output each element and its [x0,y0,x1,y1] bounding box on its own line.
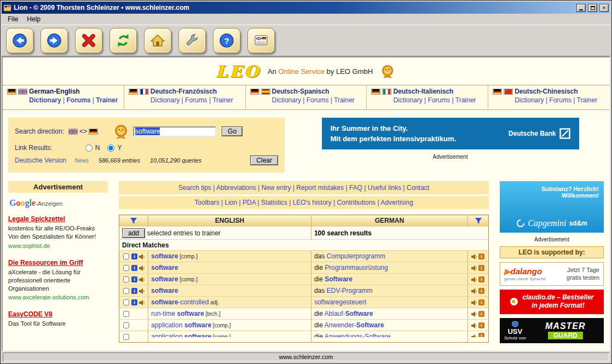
english-term-link[interactable]: software-controlled adj. [151,298,219,306]
back-button[interactable] [6,28,33,53]
entry-info-icon[interactable]: i [478,288,484,294]
german-term-link[interactable]: die Software [314,275,353,283]
news-link[interactable]: News [75,158,89,164]
info-icon[interactable]: i [131,299,137,305]
menu-link[interactable]: Toolbars [194,199,219,206]
dalango-ad[interactable]: ▶dalango genau deine Sprache Jetzt 7 Tag… [500,262,604,286]
tab-sublink[interactable]: Dictionary [393,96,422,104]
masterguard-ad[interactable]: USV Schutz von MASTER GUARD [500,318,604,343]
ad-url-link[interactable]: www.sophist.de [8,242,108,250]
entry-info-icon[interactable]: i [478,276,484,282]
audio-icon[interactable] [471,287,477,294]
minimize-button[interactable] [576,4,586,12]
info-icon[interactable]: i [131,265,137,271]
row-checkbox[interactable] [123,334,129,340]
row-checkbox[interactable] [123,299,129,305]
speaker-icon[interactable] [138,252,145,260]
tab-sublink[interactable]: Trainer [96,96,118,104]
tab-sublink[interactable]: Forums [66,96,90,104]
row-checkbox[interactable] [123,322,129,328]
speaker-icon[interactable] [138,298,145,306]
filter-english-icon[interactable] [122,217,145,224]
english-term-link[interactable]: application software [comp.] [151,333,231,337]
menu-link[interactable]: Report mistakes [296,184,344,192]
menu-link[interactable]: Contributions [337,199,376,206]
speaker-icon[interactable] [138,287,145,294]
tab-german-english[interactable]: German-EnglishDictionary | Forums | Trai… [3,85,124,109]
tab-sublink[interactable]: Forums [549,96,571,104]
row-checkbox[interactable] [123,311,129,317]
menu-link[interactable]: Contact [407,184,429,192]
tab-sublink[interactable]: Forums [428,96,451,104]
speaker-icon[interactable] [138,264,145,271]
capgemini-ad[interactable]: Substanz? Herzlich! Willkommen! Capgemin… [500,181,604,233]
ad-title-link[interactable]: Legale Spickzettel [8,215,108,223]
english-term-link[interactable]: software [comp.] [151,275,198,283]
menu-link[interactable]: Abbreviations [216,184,256,192]
audio-icon[interactable] [471,264,477,271]
row-checkbox[interactable] [123,276,129,282]
search-input[interactable]: software [133,126,216,137]
english-term-link[interactable]: software [151,264,178,271]
tab-sublink[interactable]: Forums [307,96,329,104]
entry-info-icon[interactable]: i [478,299,484,305]
search-direction-flags[interactable]: <> [68,128,98,135]
german-term-link[interactable]: das EDV-Programm [314,287,373,294]
german-term-link[interactable]: die Ablauf-Software [314,310,373,317]
menu-help[interactable]: Help [23,15,44,24]
ad-url-link[interactable]: www.axcelerate-solutions.com [8,293,108,302]
row-checkbox[interactable] [123,288,129,294]
audio-icon[interactable] [471,310,477,317]
tab-sublink[interactable]: Trainer [455,96,476,104]
stop-button[interactable] [75,28,102,53]
english-term-link[interactable]: software [151,287,178,294]
column-header-german[interactable]: GERMAN [311,215,467,227]
tab-deutsch-spanisch[interactable]: Deutsch-SpanischDictionary | Forums | Tr… [246,85,367,109]
german-term-link[interactable]: die Anwender-Software [314,321,384,329]
entry-info-icon[interactable]: i [478,322,484,328]
menu-link[interactable]: Lion [225,199,238,206]
audio-icon[interactable] [471,321,477,329]
tab-sublink[interactable]: Trainer [577,96,598,104]
close-button[interactable]: × [599,4,609,12]
menu-link[interactable]: Advertising [380,199,413,206]
info-icon[interactable]: i [131,288,137,294]
ad-title-link[interactable]: EasyCODE V8 [8,310,108,319]
english-term-link[interactable]: software [comp.] [151,252,198,260]
german-term-link[interactable]: die Anwendungs-Software [314,333,390,337]
dictionary-button[interactable] [247,28,275,53]
claudio-ad[interactable]: claudio.de – Bestseller in jedem Format! [500,290,604,314]
entry-info-icon[interactable]: i [478,265,484,271]
tab-deutsch-franzoesisch[interactable]: Deutsch-FranzösischDictionary | Forums |… [124,85,246,109]
tab-sublink[interactable]: Dictionary [29,96,61,104]
row-checkbox[interactable] [123,265,129,271]
english-term-link[interactable]: application software [comp.] [151,321,231,329]
info-icon[interactable]: i [131,276,137,282]
info-icon[interactable]: i [131,253,137,259]
link-results-n-radio[interactable] [85,145,93,152]
maximize-button[interactable] [588,4,597,12]
tab-sublink[interactable]: Dictionary [515,96,544,104]
menu-link[interactable]: New entry [262,184,291,192]
ad-title-link[interactable]: Die Ressourcen im Griff [8,258,108,267]
go-button[interactable]: Go [222,126,243,136]
menu-link[interactable]: PDA [243,199,256,206]
entry-info-icon[interactable]: i [478,311,484,317]
menu-link[interactable]: Useful links [368,184,401,192]
english-term-link[interactable]: run-time software [tech.] [151,310,221,317]
menu-file[interactable]: File [4,15,22,24]
deutsche-version-link[interactable]: Deutsche Version [15,157,66,164]
tab-sublink[interactable]: Trainer [212,96,233,104]
add-button[interactable]: add [122,228,145,238]
tab-sublink[interactable]: Dictionary [151,96,180,104]
help-button[interactable]: ? [213,28,240,53]
entry-info-icon[interactable]: i [478,253,484,259]
tab-sublink[interactable]: Forums [185,96,207,104]
german-term-link[interactable]: softwaregesteuert [314,298,366,306]
german-term-link[interactable]: das Computerprogramm [314,252,385,260]
row-checkbox[interactable] [123,253,129,259]
audio-icon[interactable] [471,252,477,260]
filter-german-icon[interactable] [471,217,486,224]
entry-info-icon[interactable]: i [478,333,484,337]
audio-icon[interactable] [471,333,477,337]
